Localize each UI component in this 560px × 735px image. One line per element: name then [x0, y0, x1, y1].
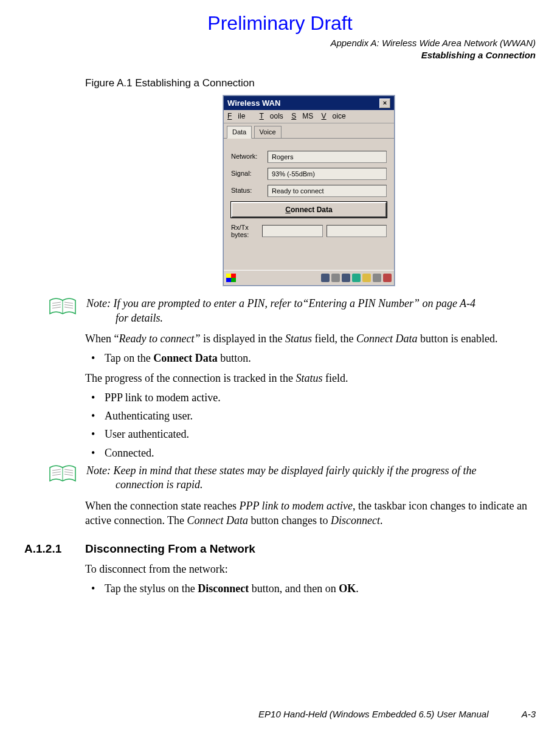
tray-icon[interactable] — [321, 274, 330, 282]
list-item: Tap the stylus on the Disconnect button,… — [85, 581, 533, 596]
wireless-wan-window: Wireless WAN × File Tools SMS Voice Data… — [223, 95, 395, 286]
status-field: Ready to connect — [268, 185, 387, 197]
status-list: PPP link to modem active. Authenticating… — [85, 390, 533, 460]
paragraph-ready-to-connect: When “Ready to connect” is displayed in … — [85, 331, 533, 346]
subsection-number: A.1.2.1 — [24, 541, 85, 557]
note-text: Note: If you are prompted to enter a PIN… — [86, 297, 475, 325]
signal-label: Signal: — [231, 169, 268, 178]
paragraph-disconnect-intro: To disconnect from the network: — [85, 562, 533, 576]
list-item: Connected. — [85, 446, 533, 460]
close-icon[interactable]: × — [379, 98, 390, 108]
tab-voice[interactable]: Voice — [254, 126, 282, 138]
menu-voice[interactable]: Voice — [322, 112, 346, 120]
page-footer: EP10 Hand-Held (Windows Embedded 6.5) Us… — [258, 709, 536, 719]
bullet-list-2: Tap the stylus on the Disconnect button,… — [85, 581, 533, 596]
note-text: Note: Keep in mind that these states may… — [86, 464, 477, 492]
rx-field — [262, 225, 323, 237]
signal-field: 93% (-55dBm) — [268, 168, 387, 180]
network-label: Network: — [231, 152, 268, 161]
tray-icon[interactable] — [342, 274, 350, 282]
taskbar — [224, 270, 394, 285]
section-title: Establishing a Connection — [24, 49, 536, 61]
paragraph-taskbar-change: When the connection state reaches PPP li… — [85, 499, 533, 528]
note-block-2: Note: Keep in mind that these states may… — [49, 464, 533, 492]
tray-icon[interactable] — [331, 274, 340, 282]
system-tray — [321, 274, 392, 282]
list-item: PPP link to modem active. — [85, 390, 533, 405]
start-icon[interactable] — [226, 274, 236, 282]
tab-strip: Data Voice — [224, 123, 394, 139]
tx-field — [327, 225, 387, 237]
page-header: Appendix A: Wireless Wide Area Network (… — [24, 37, 536, 61]
appendix-title: Appendix A: Wireless Wide Area Network (… — [24, 37, 536, 49]
preliminary-draft-heading: Preliminary Draft — [24, 12, 536, 35]
list-item: Tap on the Connect Data button. — [85, 351, 533, 365]
tray-icon[interactable] — [362, 274, 371, 282]
book-icon — [49, 298, 77, 321]
status-label: Status: — [231, 186, 268, 195]
list-item: Authenticating user. — [85, 409, 533, 423]
tray-icon[interactable] — [383, 274, 392, 282]
connect-data-button[interactable]: Connect Data — [231, 202, 387, 218]
menu-tools[interactable]: Tools — [259, 112, 283, 120]
rxtx-label: Rx/Tx bytes: — [231, 224, 258, 238]
tab-data[interactable]: Data — [227, 126, 252, 139]
network-field: Rogers — [268, 151, 387, 163]
figure-caption: Figure A.1 Establishing a Connection — [85, 77, 533, 91]
menu-bar: File Tools SMS Voice — [224, 110, 394, 123]
tray-icon[interactable] — [373, 274, 381, 282]
footer-page-number: A-3 — [522, 709, 536, 719]
window-titlebar: Wireless WAN × — [224, 96, 394, 111]
list-item: User authenticated. — [85, 427, 533, 441]
bullet-list-1: Tap on the Connect Data button. — [85, 351, 533, 365]
subsection-heading: A.1.2.1 Disconnecting From a Network — [24, 541, 533, 557]
embedded-screenshot: Wireless WAN × File Tools SMS Voice Data… — [85, 95, 533, 286]
note-block-1: Note: If you are prompted to enter a PIN… — [49, 297, 533, 325]
footer-doc-title: EP10 Hand-Held (Windows Embedded 6.5) Us… — [258, 709, 488, 719]
tray-icon[interactable] — [352, 274, 361, 282]
menu-file[interactable]: File — [227, 112, 251, 120]
paragraph-progress: The progress of the connection is tracke… — [85, 371, 533, 385]
subsection-title: Disconnecting From a Network — [85, 541, 255, 557]
book-icon — [49, 465, 77, 488]
menu-sms[interactable]: SMS — [291, 112, 313, 120]
window-body: Network: Rogers Signal: 93% (-55dBm) Sta… — [224, 139, 394, 270]
window-title: Wireless WAN — [227, 98, 280, 109]
